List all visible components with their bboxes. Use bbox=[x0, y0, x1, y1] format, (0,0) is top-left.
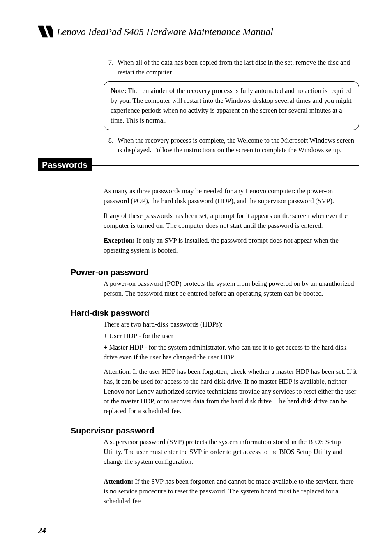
paragraph: Attention: If the user HDP has been forg… bbox=[104, 367, 359, 416]
document-title: Lenovo IdeaPad S405 Hardware Maintenance… bbox=[57, 26, 273, 37]
paragraph: As many as three passwords may be needed… bbox=[104, 186, 359, 206]
paragraph: There are two hard-disk passwords (HDPs)… bbox=[104, 320, 359, 329]
step-7: 7. When all of the data has been copied … bbox=[104, 58, 359, 77]
step-number: 8. bbox=[104, 136, 113, 155]
section-title: Passwords bbox=[38, 158, 92, 171]
step-text: When the recovery process is complete, t… bbox=[118, 136, 359, 155]
paragraph: Exception: If only an SVP is installed, … bbox=[104, 236, 359, 255]
section-header: Passwords bbox=[38, 158, 359, 171]
step-8: 8. When the recovery process is complete… bbox=[104, 136, 359, 155]
attention-text: If the SVP has been forgotten and cannot… bbox=[104, 477, 354, 505]
paragraph: A power-on password (POP) protects the s… bbox=[104, 279, 359, 299]
note-box: Note: The remainder of the recovery proc… bbox=[104, 81, 359, 130]
list-item: + Master HDP - for the system administra… bbox=[104, 343, 359, 362]
paragraph: If any of these passwords has been set, … bbox=[104, 211, 359, 231]
attention-label: Attention: bbox=[104, 477, 133, 485]
note-text: The remainder of the recovery process is… bbox=[111, 87, 352, 124]
step-text: When all of the data has been copied fro… bbox=[118, 58, 359, 77]
page-number: 24 bbox=[38, 526, 46, 535]
subheading-hard-disk-password: Hard-disk password bbox=[71, 308, 359, 318]
step-number: 7. bbox=[104, 58, 113, 77]
paragraph: Attention: If the SVP has been forgotten… bbox=[104, 477, 359, 506]
exception-text: If only an SVP is installed, the passwor… bbox=[104, 236, 339, 254]
section-rule bbox=[92, 165, 359, 166]
note-label: Note: bbox=[111, 87, 126, 95]
exception-label: Exception: bbox=[104, 236, 135, 244]
paragraph: A supervisor password (SVP) protects the… bbox=[104, 437, 359, 467]
subheading-supervisor-password: Supervisor password bbox=[71, 426, 359, 436]
subheading-power-on-password: Power-on password bbox=[71, 268, 359, 277]
brand-logo-icon bbox=[38, 25, 53, 38]
page-header: Lenovo IdeaPad S405 Hardware Maintenance… bbox=[38, 25, 359, 38]
list-item: + User HDP - for the user bbox=[104, 331, 359, 341]
